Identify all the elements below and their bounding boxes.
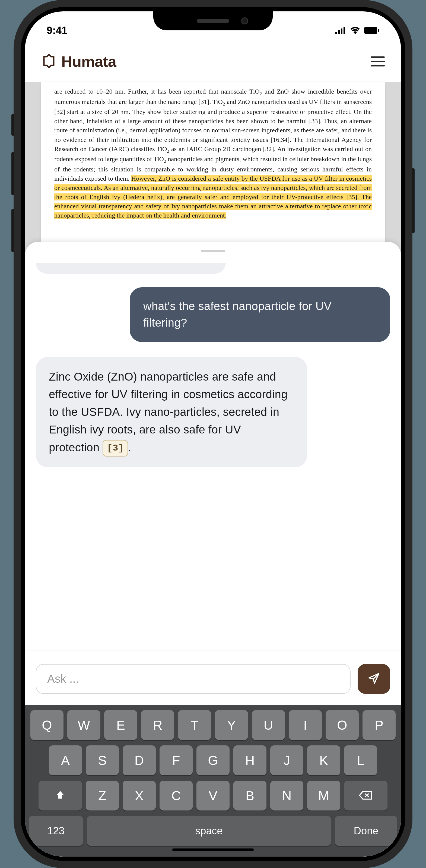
cellular-icon [335, 27, 346, 34]
input-row: Ask ... [25, 650, 401, 705]
key-p[interactable]: P [363, 710, 396, 740]
brand-logo-icon [41, 54, 56, 70]
notch [153, 11, 273, 30]
key-l[interactable]: L [344, 745, 377, 775]
assistant-message: Zinc Oxide (ZnO) nanoparticles are safe … [36, 357, 307, 467]
key-d[interactable]: D [123, 745, 156, 775]
brand-name: Humata [61, 53, 116, 70]
key-a[interactable]: A [49, 745, 82, 775]
menu-icon[interactable] [371, 56, 385, 66]
previous-message-edge [36, 263, 226, 274]
send-icon [367, 672, 381, 686]
silent-switch [11, 114, 14, 135]
user-message: what's the safest nanoparticle for UV fi… [130, 287, 390, 342]
app-header: Humata [25, 41, 401, 82]
sheet-handle[interactable] [201, 250, 225, 252]
key-o[interactable]: O [326, 710, 359, 740]
battery-icon [364, 27, 379, 34]
key-q[interactable]: Q [30, 710, 63, 740]
document-viewer[interactable]: are reduced to 10–20 nm. Further, it has… [25, 82, 401, 252]
key-i[interactable]: I [289, 710, 322, 740]
brand[interactable]: Humata [41, 53, 116, 70]
backspace-icon [359, 788, 372, 803]
key-j[interactable]: J [270, 745, 303, 775]
key-k[interactable]: K [307, 745, 340, 775]
key-w[interactable]: W [67, 710, 100, 740]
speaker-grille [197, 19, 229, 23]
svg-rect-0 [335, 32, 337, 34]
svg-rect-4 [364, 27, 377, 34]
key-v[interactable]: V [196, 781, 230, 810]
home-indicator[interactable] [172, 848, 254, 851]
key-e[interactable]: E [104, 710, 137, 740]
key-s[interactable]: S [86, 745, 119, 775]
svg-rect-1 [338, 30, 340, 34]
status-time: 9:41 [47, 25, 67, 36]
shift-key[interactable] [38, 781, 82, 810]
document-page: are reduced to 10–20 nm. Further, it has… [41, 82, 385, 242]
key-b[interactable]: B [233, 781, 267, 810]
key-r[interactable]: R [141, 710, 174, 740]
key-n[interactable]: N [270, 781, 303, 810]
front-camera [241, 18, 248, 24]
key-x[interactable]: X [123, 781, 156, 810]
space-key[interactable]: space [87, 816, 331, 846]
key-t[interactable]: T [178, 710, 211, 740]
volume-down [11, 209, 14, 252]
numbers-key[interactable]: 123 [29, 816, 83, 846]
key-c[interactable]: C [159, 781, 193, 810]
citation-chip[interactable]: [3] [102, 440, 128, 457]
done-key[interactable]: Done [335, 816, 397, 846]
svg-rect-5 [378, 29, 379, 32]
key-f[interactable]: F [159, 745, 193, 775]
power-button [412, 168, 415, 233]
chat-panel: what's the safest nanoparticle for UV fi… [25, 242, 401, 857]
key-m[interactable]: M [307, 781, 340, 810]
send-button[interactable] [358, 664, 390, 694]
key-g[interactable]: G [196, 745, 230, 775]
key-z[interactable]: Z [86, 781, 119, 810]
volume-up [11, 152, 14, 195]
wifi-icon [350, 27, 360, 34]
key-u[interactable]: U [252, 710, 285, 740]
svg-rect-2 [341, 29, 342, 34]
phone-frame: 9:41 Hum [13, 0, 413, 868]
key-y[interactable]: Y [215, 710, 248, 740]
shift-icon [55, 788, 66, 803]
ask-input[interactable]: Ask ... [36, 664, 351, 694]
backspace-key[interactable] [344, 781, 388, 810]
keyboard: QWERTYUIOP ASDFGHJKL ZXCVBNM [25, 705, 401, 857]
svg-rect-3 [343, 27, 345, 34]
key-h[interactable]: H [233, 745, 267, 775]
